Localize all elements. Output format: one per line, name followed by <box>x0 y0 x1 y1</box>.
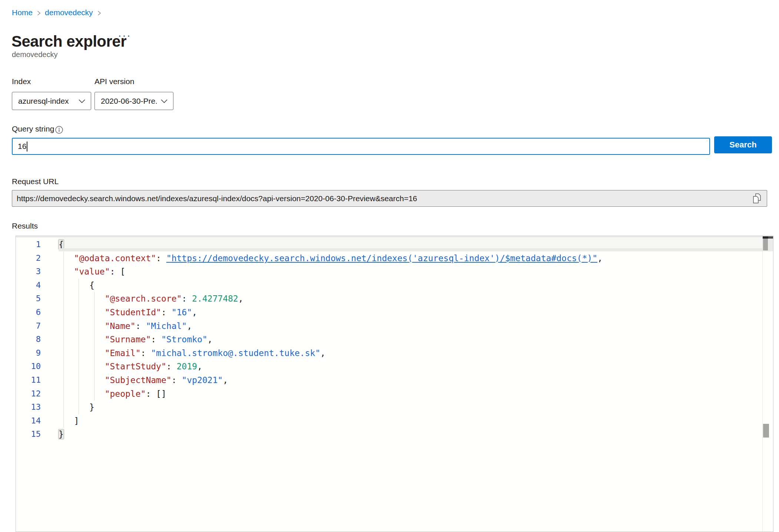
api-version-dropdown[interactable]: 2020-06-30-Pre... <box>95 92 173 110</box>
code-line: 7 "Name": "Michal", <box>16 319 773 333</box>
scrollbar-track-border <box>762 236 763 532</box>
line-number: 2 <box>16 252 59 265</box>
line-number: 14 <box>16 414 59 428</box>
editor-scrollbar-thumb[interactable] <box>763 239 768 250</box>
line-number: 6 <box>16 306 59 319</box>
line-number: 9 <box>16 346 59 360</box>
code-line-text: ] <box>59 414 773 428</box>
code-line-text: } <box>59 400 773 414</box>
page-subtitle: demovedecky <box>12 50 57 59</box>
code-line: 4 { <box>16 279 773 292</box>
breadcrumb-link-home[interactable]: Home <box>12 8 33 17</box>
request-url-value: https://demovedecky.search.windows.net/i… <box>17 194 417 203</box>
code-line-text: "Surname": "Stromko", <box>59 333 773 346</box>
editor-top-edge <box>16 236 773 237</box>
line-number: 8 <box>16 333 59 346</box>
code-line: 2 "@odata.context": "https://demovedecky… <box>16 252 773 265</box>
api-version-dropdown-value: 2020-06-30-Pre... <box>101 97 157 106</box>
code-line-text: { <box>59 279 773 292</box>
code-line: 6 "StudentId": "16", <box>16 306 773 319</box>
code-line: 14 ] <box>16 414 773 428</box>
line-number: 13 <box>16 400 59 414</box>
results-json-editor[interactable]: 1{2 "@odata.context": "https://demovedec… <box>16 236 773 532</box>
code-line: 9 "Email": "michal.stromko@.student.tuke… <box>16 346 773 360</box>
search-explorer-page: Home demovedecky Search explorer ··· dem… <box>0 0 779 532</box>
code-line-text: "SubjectName": "vp2021", <box>59 373 773 387</box>
code-line: 11 "SubjectName": "vp2021", <box>16 373 773 387</box>
odata-context-link[interactable]: "https://demovedecky.search.windows.net/… <box>166 253 597 263</box>
code-line: 13 } <box>16 400 773 414</box>
index-dropdown-value: azuresql-index <box>18 97 74 106</box>
code-line: 10 "StartStudy": 2019, <box>16 360 773 373</box>
search-button[interactable]: Search <box>714 136 772 153</box>
chevron-right-icon <box>36 10 41 16</box>
line-number: 4 <box>16 279 59 292</box>
code-line-text: "value": [ <box>59 265 773 279</box>
code-line-text: "@search.score": 2.4277482, <box>59 292 773 306</box>
line-number: 1 <box>16 238 59 252</box>
code-line: 15} <box>16 428 773 441</box>
request-url-label: Request URL <box>12 177 59 186</box>
code-line: 8 "Surname": "Stromko", <box>16 333 773 346</box>
code-line: 3 "value": [ <box>16 265 773 279</box>
api-version-label: API version <box>95 77 134 86</box>
results-label: Results <box>12 222 38 230</box>
chevron-right-icon <box>97 10 102 16</box>
chevron-down-icon <box>160 99 168 103</box>
chevron-down-icon <box>78 99 86 103</box>
page-title: Search explorer <box>11 33 126 50</box>
code-line: 1{ <box>16 238 773 252</box>
text-caret <box>27 142 27 152</box>
breadcrumb: Home demovedecky <box>12 8 102 17</box>
line-number: 12 <box>16 387 59 401</box>
context-menu-ellipsis-button[interactable]: ··· <box>118 29 131 41</box>
line-number: 3 <box>16 265 59 279</box>
code-lines-container: 1{2 "@odata.context": "https://demovedec… <box>16 238 773 441</box>
code-line-text: "Email": "michal.stromko@.student.tuke.s… <box>59 346 773 360</box>
copy-icon <box>752 200 762 205</box>
index-label: Index <box>12 77 31 86</box>
info-icon[interactable] <box>55 126 63 136</box>
code-line-text: "StartStudy": 2019, <box>59 360 773 373</box>
query-string-label: Query string <box>12 124 54 133</box>
line-number: 5 <box>16 292 59 306</box>
query-string-value: 16 <box>18 142 26 151</box>
line-number: 10 <box>16 360 59 373</box>
breadcrumb-link-demovedecky[interactable]: demovedecky <box>45 8 93 17</box>
line-number: 15 <box>16 428 59 441</box>
code-line-text: { <box>59 238 773 252</box>
code-line-text: } <box>59 428 773 441</box>
code-line-text: "Name": "Michal", <box>59 319 773 333</box>
line-number: 7 <box>16 319 59 333</box>
code-line: 5 "@search.score": 2.4277482, <box>16 292 773 306</box>
code-line: 12 "people": [] <box>16 387 773 401</box>
request-url-field[interactable]: https://demovedecky.search.windows.net/i… <box>12 190 767 207</box>
copy-button[interactable] <box>751 193 762 204</box>
line-number: 11 <box>16 373 59 387</box>
code-line-text: "people": [] <box>59 387 773 401</box>
index-dropdown[interactable]: azuresql-index <box>12 92 91 110</box>
code-line-text: "@odata.context": "https://demovedecky.s… <box>59 252 773 265</box>
code-line-text: "StudentId": "16", <box>59 306 773 319</box>
page-scrollbar-thumb[interactable] <box>763 424 769 438</box>
query-string-input[interactable]: 16 <box>12 138 710 155</box>
